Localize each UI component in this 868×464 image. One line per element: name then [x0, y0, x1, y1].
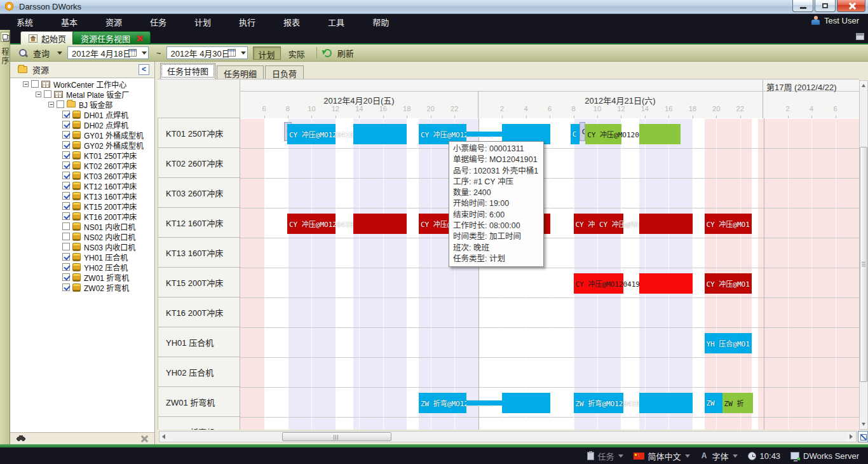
checkbox[interactable] [62, 263, 70, 271]
calendar-icon[interactable] [227, 49, 236, 57]
tab-resource-task-view[interactable]: 资源任务视图 [72, 31, 151, 44]
tree-item[interactable]: GY01 外桶成型机 [10, 130, 154, 140]
vertical-scrollbar[interactable] [859, 80, 868, 430]
gantt-bar[interactable] [639, 124, 681, 144]
gantt-bar[interactable]: ZW 折弯@MO12041901 [574, 393, 624, 413]
gantt-bar[interactable] [353, 214, 407, 234]
checkbox[interactable] [62, 192, 70, 200]
tab-home[interactable]: 起始页 [20, 31, 74, 44]
status-item-4[interactable]: DWorks Server [790, 451, 859, 461]
tree-item[interactable]: ZW02 折弯机 [10, 282, 154, 292]
gantt-bar[interactable]: CY 冲压@MO12041904 [287, 214, 336, 234]
status-item-3[interactable]: 10:43 [748, 451, 781, 461]
gantt-bar[interactable]: C [571, 124, 580, 144]
checkbox[interactable] [62, 121, 70, 128]
checkbox[interactable] [62, 283, 70, 291]
gantt-bar[interactable] [353, 124, 407, 144]
tree-item[interactable]: KT01 250T冲床 [10, 150, 154, 160]
query-button[interactable]: 查询 [31, 45, 52, 61]
gantt-bar-connector[interactable] [466, 132, 502, 137]
tree-item[interactable]: DH02 点焊机 [10, 119, 154, 130]
gantt-bar[interactable]: CY 冲 CY 冲压@MO12041904 [574, 214, 624, 234]
scroll-left-button[interactable] [159, 432, 169, 442]
tree-item[interactable]: NS03 内收口机 [10, 242, 154, 252]
checkbox[interactable] [57, 100, 64, 108]
checkbox[interactable] [62, 233, 70, 240]
tree-item[interactable]: GY02 外桶成型机 [10, 140, 154, 150]
tree-item[interactable]: KT12 160T冲床 [10, 181, 154, 191]
checkbox[interactable] [62, 222, 70, 230]
menu-item-7[interactable]: 工具 [322, 14, 351, 30]
checkbox[interactable] [62, 253, 70, 261]
tree-item[interactable]: NS02 内收口机 [10, 231, 154, 242]
checkbox[interactable] [62, 161, 70, 169]
clear-icon[interactable] [141, 435, 148, 442]
tree-item[interactable]: KT13 160T冲床 [10, 191, 154, 201]
tree-item[interactable]: DH01 点焊机 [10, 109, 154, 119]
checkbox[interactable] [62, 131, 70, 139]
scroll-down-button[interactable] [860, 420, 867, 429]
status-item-2[interactable]: A字体 [700, 450, 738, 462]
gantt-bar[interactable]: CY 冲压@MO1 [705, 214, 752, 234]
vertical-scroll-thumb[interactable] [860, 147, 867, 382]
tab-close-icon[interactable] [137, 36, 142, 41]
scroll-right-button[interactable] [846, 432, 856, 442]
plan-toggle-button[interactable]: 计划 [253, 46, 281, 60]
tree-item[interactable]: YH02 压合机 [10, 262, 154, 272]
gantt-bar[interactable] [639, 273, 693, 294]
query-dropdown-icon[interactable] [57, 51, 62, 55]
tree-item[interactable]: ZW01 折弯机 [10, 272, 154, 282]
menu-item-5[interactable]: 执行 [233, 14, 262, 30]
checkbox[interactable] [62, 202, 70, 210]
horizontal-scrollbar[interactable] [159, 431, 857, 442]
menu-item-2[interactable]: 资源 [99, 14, 128, 30]
gantt-tab-0[interactable]: 任务甘特图 [160, 63, 215, 79]
checkbox[interactable] [31, 80, 39, 88]
gantt-bar[interactable] [502, 393, 550, 413]
actual-toggle-button[interactable]: 实际 [283, 46, 310, 60]
date-to-field[interactable]: 2012年 4月30日 [166, 46, 248, 59]
checkbox[interactable] [44, 90, 51, 98]
minimize-button[interactable] [792, 0, 813, 12]
checkbox[interactable] [62, 172, 70, 179]
scroll-up-button[interactable] [860, 81, 867, 90]
dropdown-caret-icon[interactable] [618, 454, 623, 458]
menu-item-0[interactable]: 系统 [10, 14, 39, 30]
gantt-tab-2[interactable]: 日负荷 [265, 65, 304, 79]
tree-item[interactable]: Metal Plate 钣金厂 [10, 89, 154, 99]
collapse-panel-button[interactable]: < [139, 64, 149, 75]
date-from-dropdown-icon[interactable] [142, 51, 147, 55]
tree-item[interactable]: NS01 内收口机 [10, 221, 154, 231]
gantt-bar[interactable]: CY 冲压@MO12041901 [287, 124, 336, 144]
checkbox[interactable] [62, 151, 70, 159]
gantt-bar[interactable]: CY 冲压@MO1 [705, 273, 752, 294]
title-bar[interactable]: Darsson DWorks [0, 0, 868, 14]
tree-item[interactable]: YH01 压合机 [10, 252, 154, 262]
gantt-bar[interactable]: ZW 折 [722, 393, 754, 413]
programs-tab[interactable] [1, 32, 10, 42]
menu-item-6[interactable]: 报表 [277, 14, 306, 30]
dropdown-caret-icon[interactable] [685, 454, 690, 458]
checkbox[interactable] [62, 243, 70, 250]
menu-item-8[interactable]: 帮助 [366, 14, 395, 30]
gantt-bar[interactable]: ZW [705, 393, 722, 413]
gantt-bar-handle[interactable]: C [580, 122, 585, 141]
dropdown-caret-icon[interactable] [733, 454, 738, 458]
checkbox[interactable] [62, 273, 70, 281]
gantt-bar[interactable] [639, 214, 693, 234]
checkbox[interactable] [62, 212, 70, 220]
gantt-bar[interactable] [639, 393, 693, 413]
checkbox[interactable] [62, 182, 70, 189]
find-icon[interactable] [17, 435, 25, 442]
expander-icon[interactable] [48, 102, 54, 107]
tree-item[interactable]: KT03 260T冲床 [10, 170, 154, 181]
tree-item[interactable]: KT16 200T冲床 [10, 211, 154, 221]
gantt-tab-1[interactable]: 任务明细 [217, 65, 264, 79]
date-from-field[interactable]: 2012年 4月18日 [67, 46, 149, 59]
tree-item[interactable]: KT02 260T冲床 [10, 160, 154, 170]
checkbox[interactable] [62, 141, 70, 149]
menu-item-4[interactable]: 计划 [188, 14, 217, 30]
horizontal-scroll-thumb[interactable] [282, 432, 391, 441]
gantt-bar[interactable]: CY 冲压@MO12041903 [574, 273, 624, 294]
checkbox[interactable] [62, 111, 70, 118]
